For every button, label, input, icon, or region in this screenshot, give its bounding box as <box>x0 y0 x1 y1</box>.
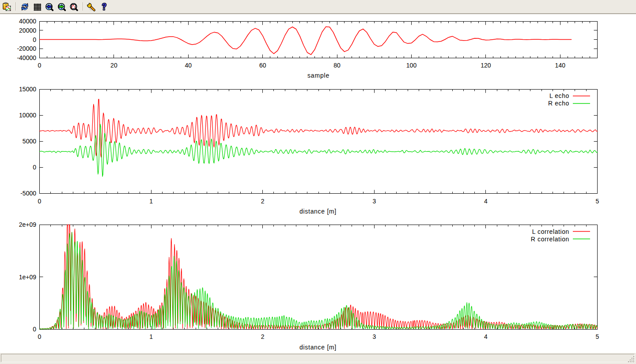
svg-text:1: 1 <box>149 198 153 205</box>
svg-text:2e+09: 2e+09 <box>19 221 37 228</box>
svg-text:40000: 40000 <box>19 18 36 25</box>
svg-text:20: 20 <box>110 62 117 69</box>
svg-text:4: 4 <box>484 198 488 205</box>
svg-text:1e+09: 1e+09 <box>19 274 37 281</box>
svg-text:5: 5 <box>596 198 599 205</box>
svg-text:0: 0 <box>33 326 36 333</box>
svg-text:40: 40 <box>185 62 192 69</box>
svg-text:-5000: -5000 <box>20 190 36 197</box>
svg-text:80: 80 <box>333 62 341 69</box>
svg-text:0: 0 <box>38 62 42 69</box>
svg-text:1: 1 <box>149 333 153 340</box>
svg-text:140: 140 <box>555 62 566 69</box>
svg-text:4: 4 <box>484 333 488 340</box>
svg-text:100: 100 <box>406 62 417 69</box>
svg-text:5000: 5000 <box>23 138 36 145</box>
svg-text:10000: 10000 <box>19 112 36 119</box>
svg-text:2: 2 <box>261 198 265 205</box>
svg-text:-20000: -20000 <box>17 45 36 52</box>
svg-text:0: 0 <box>33 164 36 171</box>
svg-text:15000: 15000 <box>19 86 36 93</box>
svg-text:R correlation: R correlation <box>531 236 569 243</box>
svg-text:0: 0 <box>38 333 42 340</box>
svg-text:L echo: L echo <box>549 92 569 99</box>
svg-text:60: 60 <box>259 62 266 69</box>
svg-text:R echo: R echo <box>548 100 569 107</box>
svg-text:3: 3 <box>372 198 376 205</box>
svg-text:0: 0 <box>38 198 42 205</box>
svg-text:5: 5 <box>596 333 599 340</box>
svg-text:-40000: -40000 <box>17 54 36 61</box>
svg-text:distance [m]: distance [m] <box>299 208 337 215</box>
svg-text:0: 0 <box>33 36 36 43</box>
svg-text:distance [m]: distance [m] <box>299 344 337 351</box>
svg-text:2: 2 <box>261 333 265 340</box>
svg-text:L correlation: L correlation <box>532 228 569 235</box>
svg-text:120: 120 <box>481 62 491 69</box>
svg-text:20000: 20000 <box>19 27 36 34</box>
svg-text:sample: sample <box>307 72 329 79</box>
svg-text:3: 3 <box>372 333 376 340</box>
